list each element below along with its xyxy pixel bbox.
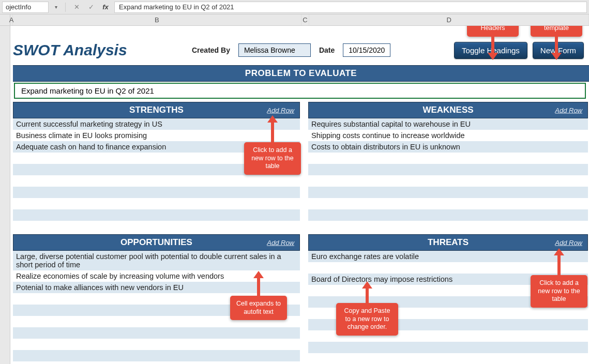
- strengths-add-row-link[interactable]: Add Row: [267, 107, 294, 114]
- callout-add-row-threats: Click to add a new row to the table: [531, 275, 587, 308]
- table-row[interactable]: [308, 175, 588, 187]
- table-row[interactable]: [13, 350, 300, 361]
- table-row[interactable]: Large, diverse potential customer pool w…: [13, 251, 300, 270]
- date-label: Date: [319, 46, 335, 54]
- row-headers[interactable]: [0, 26, 10, 364]
- created-by-input[interactable]: Melissa Browne: [238, 43, 311, 57]
- table-row[interactable]: [13, 339, 300, 350]
- callout-text: Create a new blank template: [537, 26, 576, 32]
- formula-input[interactable]: Expand marketing to EU in Q2 of 2021: [114, 2, 587, 13]
- callout-autofit: Cell expands to autofit text: [230, 296, 287, 320]
- opportunities-header: OPPORTUNITIES Add Row: [13, 234, 300, 251]
- table-row[interactable]: Requires substantial capital to warehous…: [308, 118, 588, 130]
- name-box-dropdown-icon[interactable]: ▾: [52, 4, 60, 10]
- table-row[interactable]: Current successful marketing strategy in…: [13, 118, 300, 130]
- cancel-formula-icon[interactable]: ✕: [71, 2, 82, 13]
- callout-new-form: Create a new blank template: [531, 26, 582, 37]
- strengths-title: STRENGTHS: [129, 105, 184, 115]
- callout-text: Click to add a new row to the table: [538, 279, 580, 302]
- threats-header: THREATS Add Row: [308, 234, 588, 251]
- doc-header: SWOT Analysis Created By Melissa Browne …: [13, 41, 589, 65]
- fx-icon[interactable]: fx: [100, 2, 111, 13]
- problem-section-header: PROBLEM TO EVALUATE: [13, 65, 589, 82]
- formula-bar: ojectInfo ▾ ✕ ✓ fx Expand marketing to E…: [0, 0, 589, 14]
- separator: [65, 3, 66, 12]
- table-row[interactable]: Business climate in EU looks promising: [13, 130, 300, 141]
- callout-text: Show/Hide Row and Col Headers: [474, 26, 511, 32]
- callout-text: Cell expands to autofit text: [236, 300, 281, 315]
- column-headers: A B C D: [0, 14, 589, 26]
- strengths-header: STRENGTHS Add Row: [13, 102, 300, 118]
- callout-add-row-strengths: Click to add a new row to the table: [244, 142, 301, 175]
- table-row[interactable]: [308, 164, 588, 175]
- table-row[interactable]: Costs to obtain distributors in EU is un…: [308, 141, 588, 153]
- created-by-label: Created By: [192, 46, 230, 54]
- weakness-title: WEAKNESS: [422, 105, 473, 115]
- strengths-body: Current successful marketing strategy in…: [13, 118, 300, 232]
- name-box[interactable]: ojectInfo: [2, 2, 49, 13]
- threats-add-row-link[interactable]: Add Row: [555, 239, 582, 247]
- table-row[interactable]: [308, 221, 588, 232]
- page-title: SWOT Analysis: [13, 41, 184, 59]
- table-row[interactable]: [308, 353, 588, 364]
- opportunities-add-row-link[interactable]: Add Row: [267, 239, 294, 247]
- table-row[interactable]: [13, 221, 300, 232]
- table-row[interactable]: [308, 262, 588, 274]
- table-row[interactable]: [308, 342, 588, 353]
- column-header-b[interactable]: B: [13, 14, 301, 25]
- table-row[interactable]: Shipping costs continue to increase worl…: [308, 130, 588, 141]
- table-row[interactable]: [13, 327, 300, 339]
- threats-title: THREATS: [428, 237, 469, 248]
- table-row[interactable]: [13, 187, 300, 198]
- table-row[interactable]: Euro exchange rates are volatile: [308, 251, 588, 262]
- table-row[interactable]: [308, 187, 588, 198]
- date-input[interactable]: 10/15/2020: [343, 43, 390, 57]
- weakness-header: WEAKNESS Add Row: [308, 102, 588, 118]
- weakness-add-row-link[interactable]: Add Row: [555, 107, 582, 114]
- table-row[interactable]: [13, 209, 300, 221]
- callout-text: Click to add a new row to the table: [251, 146, 293, 170]
- table-row[interactable]: [13, 175, 300, 187]
- column-header-d[interactable]: D: [309, 14, 589, 25]
- table-row[interactable]: [308, 153, 588, 164]
- weakness-body: Requires substantial capital to warehous…: [308, 118, 588, 232]
- callout-toggle-headings: Show/Hide Row and Col Headers: [467, 26, 519, 37]
- weakness-quadrant: WEAKNESS Add Row Requires substantial ca…: [308, 102, 588, 232]
- table-row[interactable]: [13, 361, 300, 364]
- table-row[interactable]: [13, 198, 300, 209]
- opportunities-title: OPPORTUNITIES: [120, 237, 192, 248]
- callout-text: Copy and Paste to a new row to change or…: [344, 307, 390, 330]
- problem-cell[interactable]: Expand marketing to EU in Q2 of 2021: [14, 83, 586, 99]
- worksheet[interactable]: SWOT Analysis Created By Melissa Browne …: [10, 26, 589, 364]
- table-row[interactable]: [308, 198, 588, 209]
- accept-formula-icon[interactable]: ✓: [85, 2, 97, 13]
- table-row[interactable]: [308, 209, 588, 221]
- column-header-c[interactable]: C: [301, 14, 310, 25]
- callout-reorder: Copy and Paste to a new row to change or…: [336, 303, 398, 336]
